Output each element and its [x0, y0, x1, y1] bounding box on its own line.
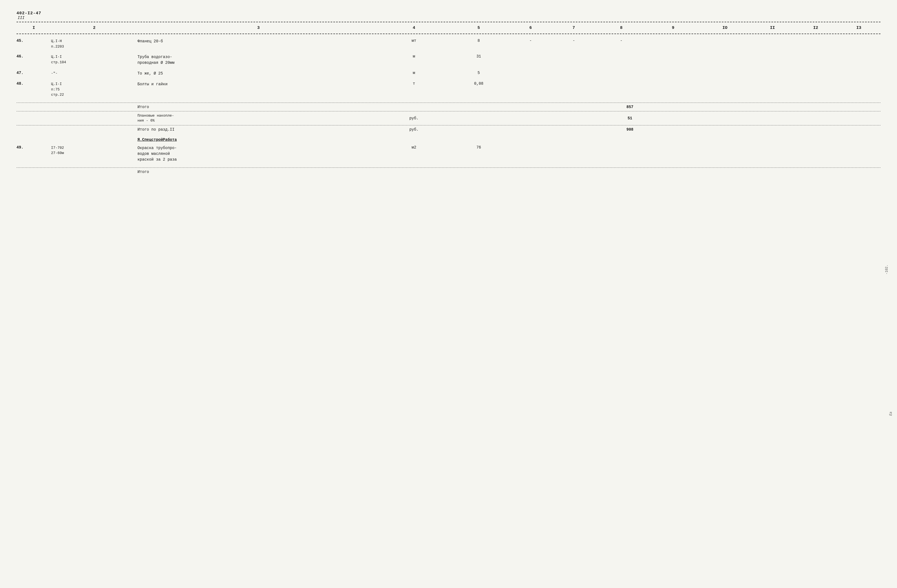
summary-label-itogo2: Итого: [17, 170, 379, 174]
col-header-12: I2: [794, 26, 837, 30]
col-header-8: 8: [595, 26, 647, 30]
row-code-46: Ц.I-Iстр.104: [51, 54, 138, 65]
col-header-9: 9: [647, 26, 699, 30]
summary-dashed-1: [17, 102, 880, 103]
page-subcode: III: [18, 16, 880, 20]
summary-val-total: 908: [604, 127, 656, 132]
row-c6-45: -: [509, 38, 552, 43]
page-code: 402-I2-47: [17, 11, 880, 16]
summary-row-total: Итого по разд.II руб. 908: [17, 127, 880, 133]
row-qty-47: 5: [448, 71, 509, 75]
summary-label-total: Итого по разд.II: [17, 127, 379, 132]
summary-unit-total: руб.: [379, 127, 448, 132]
row-num-49: 49.: [17, 145, 51, 150]
row-desc-49: Окраска трубопро-водов маслянойкраской з…: [137, 145, 379, 163]
row-unit-49: м2: [379, 145, 448, 150]
col-header-13: I3: [837, 26, 880, 30]
summary-row-itogo: Итого 857: [17, 104, 880, 110]
col-header-4: 4: [379, 26, 448, 30]
summary-unit-plan: руб.: [379, 116, 448, 121]
header-bottom-line: [17, 34, 880, 34]
row-qty-48: 0,08: [448, 81, 509, 86]
col-header-7: 7: [552, 26, 595, 30]
row-code-48: Ц.I-Iп:75стр.22: [51, 81, 138, 98]
row-qty-46: 31: [448, 54, 509, 59]
table-row: 46. Ц.I-Iстр.104 Труба водогазо-проводна…: [17, 54, 880, 66]
summary-val-itogo: 857: [604, 105, 656, 109]
row-desc-46: Труба водогазо-проводная Ø 20мм: [137, 54, 379, 66]
summary-dashed-3: [17, 125, 880, 125]
page-wrapper: 402-I2-47 III I 2 3 4 5 6 7 8 9 IO II I2…: [17, 11, 880, 175]
row-desc-48: Болты и гайки: [137, 81, 379, 87]
column-headers: I 2 3 4 5 6 7 8 9 IO II I2 I3: [17, 24, 880, 32]
summary-section: Итого 857 Плановые накопле-ния - 6% руб.: [17, 102, 880, 133]
summary-label-itogo: Итого: [17, 105, 379, 109]
col-header-11: II: [751, 26, 794, 30]
table-container: I 2 3 4 5 6 7 8 9 IO II I2 I3 45. Ц.I-Нп…: [17, 24, 880, 175]
row-unit-45: мт: [379, 38, 448, 43]
row-num-45: 45.: [17, 38, 51, 43]
section-2-heading: Я.СпецстройРабота: [137, 137, 880, 142]
table-row: 45. Ц.I-Нп.2203 Фланец 20-б мт 8 - - -: [17, 38, 880, 49]
table-row: 48. Ц.I-Iп:75стр.22 Болты и гайки т 0,08: [17, 81, 880, 98]
col-header-3: 3: [137, 26, 379, 30]
row-code-47: -"-: [51, 71, 138, 76]
row-unit-47: м: [379, 71, 448, 75]
data-rows: 45. Ц.I-Нп.2203 Фланец 20-б мт 8 - - - 4…: [17, 38, 880, 98]
row-num-48: 48.: [17, 81, 51, 86]
col-header-5: 5: [448, 26, 509, 30]
row-desc-45: Фланец 20-б: [137, 38, 379, 44]
row-c7-45: -: [552, 38, 595, 43]
row-c8-45: -: [595, 38, 647, 43]
row-num-46: 46.: [17, 54, 51, 59]
row-qty-45: 8: [448, 38, 509, 43]
top-dashed-line: [17, 22, 880, 22]
row-desc-47: То же, Ø 25: [137, 71, 379, 76]
page-header: 402-I2-47 III: [17, 11, 880, 20]
summary-val-plan: 51: [604, 116, 656, 121]
col-header-1: I: [17, 26, 51, 30]
row-unit-48: т: [379, 81, 448, 86]
row-code-45: Ц.I-Нп.2203: [51, 38, 138, 49]
summary-label-plan: Плановые накопле-ния - 6%: [17, 113, 379, 123]
summary-dashed-2: [17, 111, 880, 111]
table-row: 49. I7-70227-60м Окраска трубопро-водов …: [17, 145, 880, 163]
row-qty-49: 76: [448, 145, 509, 150]
summary-row-plan: Плановые накопле-ния - 6% руб. 51: [17, 113, 880, 124]
row-code-49: I7-70227-60м: [51, 145, 138, 156]
col-header-6: 6: [509, 26, 552, 30]
row-unit-46: м: [379, 54, 448, 59]
table-row: 47. -"- То же, Ø 25 м 5: [17, 71, 880, 76]
row-num-47: 47.: [17, 71, 51, 75]
col-header-2: 2: [51, 26, 138, 30]
summary-row-itogo2: Итого: [17, 169, 880, 175]
col-header-10: IO: [699, 26, 751, 30]
